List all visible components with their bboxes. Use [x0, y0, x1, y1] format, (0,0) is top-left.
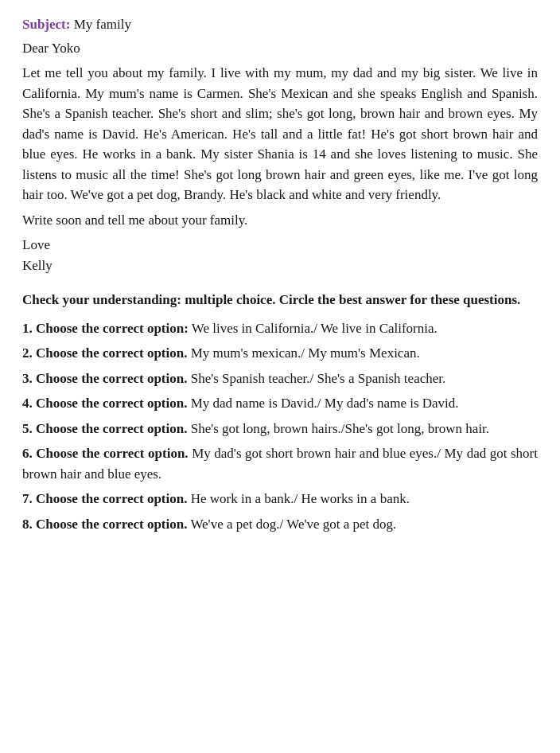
- question-label-8: Choose the correct option.: [36, 517, 187, 532]
- email-body: Let me tell you about my family. I live …: [22, 63, 538, 205]
- subject-line: Subject: My family: [22, 14, 538, 35]
- sign-off-line-2: Kelly: [22, 256, 538, 276]
- question-number-5: 5.: [22, 421, 36, 436]
- question-4: 4. Choose the correct option. My dad nam…: [22, 393, 538, 414]
- question-number-2: 2.: [22, 345, 36, 361]
- question-text-5: She's got long, brown hairs./She's got l…: [187, 421, 489, 436]
- question-text-3: She's Spanish teacher./ She's a Spanish …: [187, 371, 445, 386]
- section-divider: [22, 275, 538, 290]
- email-farewell: Write soon and tell me about your family…: [22, 210, 538, 231]
- question-label-7: Choose the correct option.: [36, 491, 187, 506]
- question-number-1: 1.: [22, 321, 36, 336]
- question-label-5: Choose the correct option.: [36, 421, 187, 436]
- subject-value: My family: [70, 17, 131, 32]
- question-number-8: 8.: [22, 517, 36, 532]
- question-label-1: Choose the correct option:: [36, 321, 189, 336]
- question-label-2: Choose the correct option.: [36, 345, 187, 361]
- question-7: 7. Choose the correct option. He work in…: [22, 489, 538, 509]
- question-2: 2. Choose the correct option. My mum's m…: [22, 343, 538, 364]
- salutation: Dear Yoko: [22, 38, 538, 59]
- subject-label: Subject:: [22, 17, 70, 32]
- question-text-4: My dad name is David./ My dad's name is …: [187, 396, 458, 411]
- question-8: 8. Choose the correct option. We've a pe…: [22, 514, 538, 535]
- question-number-3: 3.: [22, 371, 36, 386]
- question-5: 5. Choose the correct option. She's got …: [22, 419, 538, 439]
- question-label-6: Choose the correct option.: [36, 446, 188, 461]
- question-text-7: He work in a bank./ He works in a bank.: [187, 491, 410, 506]
- question-text-2: My mum's mexican./ My mum's Mexican.: [187, 345, 419, 361]
- question-6: 6. Choose the correct option. My dad's g…: [22, 443, 538, 484]
- question-text-8: We've a pet dog./ We've got a pet dog.: [187, 517, 396, 532]
- question-number-6: 6.: [22, 446, 36, 461]
- questions-container: 1. Choose the correct option: We lives i…: [22, 318, 538, 535]
- question-label-4: Choose the correct option.: [36, 396, 187, 411]
- question-label-3: Choose the correct option.: [36, 371, 187, 386]
- question-text-1: We lives in California./ We live in Cali…: [189, 321, 438, 336]
- exercise-title: Check your understanding: multiple choic…: [22, 290, 538, 310]
- sign-off: Love Kelly: [22, 235, 538, 275]
- question-1: 1. Choose the correct option: We lives i…: [22, 318, 538, 339]
- question-3: 3. Choose the correct option. She's Span…: [22, 369, 538, 389]
- question-number-4: 4.: [22, 396, 36, 411]
- sign-off-line-1: Love: [22, 235, 538, 256]
- question-number-7: 7.: [22, 491, 36, 506]
